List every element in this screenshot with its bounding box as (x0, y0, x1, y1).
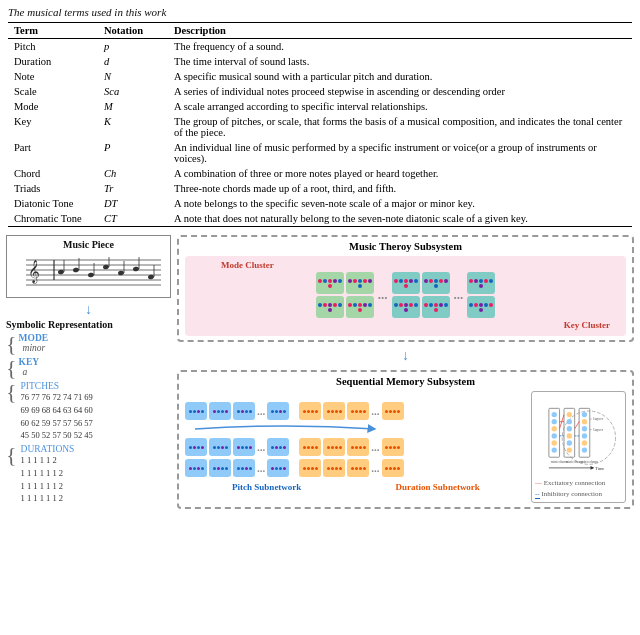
subsystem-arrow: ↓ (177, 348, 634, 364)
description-cell: A specific musical sound with a particul… (168, 69, 632, 84)
key-key: KEY (19, 357, 171, 367)
col-header-term: Term (8, 23, 98, 39)
dur-row: 1 1 1 1 1 1 2 (21, 492, 171, 505)
cluster-group-2 (392, 272, 450, 318)
left-bracket-3: { (6, 381, 17, 403)
svg-point-36 (567, 447, 572, 452)
music-piece-box: Music Piece 𝄞 (6, 235, 171, 298)
seq-title: Sequential Memory Subsystem (185, 376, 626, 387)
seq-rows: ... ... (185, 402, 527, 492)
svg-point-24 (552, 412, 557, 417)
svg-point-25 (552, 419, 557, 424)
pitch-subnetwork-label: Pitch Subnetwork (232, 482, 301, 492)
description-cell: A combination of three or more notes pla… (168, 166, 632, 181)
curved-arrow-svg (185, 423, 385, 435)
arrow-down-1: ↓ (6, 303, 171, 317)
table-section: The musical terms used in this work Term… (0, 0, 640, 231)
rnn-block-orange-3: ... (299, 459, 403, 477)
notation-cell: Tr (98, 181, 168, 196)
theory-mode-label: Mode Cluster (221, 260, 620, 270)
svg-point-29 (552, 447, 557, 452)
pitches-block: { PITCHES 76 77 76 72 74 71 6969 69 68 6… (6, 381, 171, 442)
table-row: Chromatic ToneCTA note that does not nat… (8, 211, 632, 227)
pitch-row: 60 62 59 57 57 56 57 (21, 417, 171, 430)
cluster-cell-teal (467, 296, 495, 318)
cluster-cell-teal (467, 272, 495, 294)
description-cell: A scale arranged according to specific i… (168, 99, 632, 114)
svg-point-40 (582, 426, 587, 431)
music-piece-title: Music Piece (10, 239, 167, 250)
svg-point-31 (567, 412, 572, 417)
table-row: ChordChA combination of three or more no… (8, 166, 632, 181)
description-cell: The time interval of sound lasts. (168, 54, 632, 69)
htm-box: layer layer minicolumn minicolumn minico… (531, 391, 626, 503)
notation-cell: M (98, 99, 168, 114)
pitch-row: 76 77 76 72 74 71 69 (21, 391, 171, 404)
right-panel: Music Theroy Subsystem Mode Cluster (177, 235, 634, 509)
table-row: PitchpThe frequency of a sound. (8, 39, 632, 55)
diagram-section: Music Piece 𝄞 (0, 231, 640, 509)
svg-line-46 (575, 422, 579, 429)
pitches-key: PITCHES (21, 381, 171, 391)
key-content: KEY a (19, 357, 171, 377)
sym-rep-label: Symbolic Representation (6, 319, 171, 330)
ellipsis-1: ... (378, 287, 388, 303)
svg-text:Time: Time (595, 466, 604, 471)
theory-title: Music Theroy Subsystem (185, 241, 626, 252)
notation-cell: DT (98, 196, 168, 211)
pitches-content: PITCHES 76 77 76 72 74 71 6969 69 68 64 … (19, 381, 171, 442)
seq-row-3: ... ... (185, 459, 527, 477)
svg-point-43 (582, 447, 587, 452)
svg-point-39 (582, 419, 587, 424)
svg-point-28 (552, 440, 557, 445)
notation-table: Term Notation Description PitchpThe freq… (8, 22, 632, 227)
durations-content: DURATIONS 1 1 1 1 1 21 1 1 1 1 1 21 1 1 … (19, 444, 171, 505)
svg-point-32 (567, 419, 572, 424)
table-row: KeyKThe group of pitches, or scale, that… (8, 114, 632, 140)
dur-grid: 1 1 1 1 1 21 1 1 1 1 1 21 1 1 1 1 1 21 1… (21, 454, 171, 505)
description-cell: The frequency of a sound. (168, 39, 632, 55)
key-block: { KEY a (6, 357, 171, 379)
svg-point-42 (582, 440, 587, 445)
cluster-cell (346, 272, 374, 294)
col-header-desc: Description (168, 23, 632, 39)
term-cell: Chord (8, 166, 98, 181)
staff-svg: 𝄞 (10, 252, 167, 292)
htm-diagram-svg: layer layer minicolumn minicolumn minico… (535, 395, 625, 475)
notation-cell: CT (98, 211, 168, 227)
rnn-block-orange-1: ... (299, 402, 403, 420)
cluster-group-1 (316, 272, 374, 318)
inhibitory-label: Inhibitory connection (541, 490, 601, 498)
notation-cell: P (98, 140, 168, 166)
cluster-col-4 (422, 272, 450, 318)
svg-point-17 (133, 266, 140, 272)
left-bracket-4: { (6, 444, 17, 466)
theory-clusters-row: ... (191, 272, 620, 318)
rnn-block-blue-2: ... (185, 438, 289, 456)
svg-text:layer: layer (593, 427, 603, 432)
description-cell: A series of individual notes proceed ste… (168, 84, 632, 99)
seq-row-2: ... ... (185, 438, 527, 456)
cluster-cell-teal (422, 296, 450, 318)
pitch-row: 45 50 52 57 50 52 45 (21, 429, 171, 442)
theory-subsystem-box: Music Theroy Subsystem Mode Cluster (177, 235, 634, 342)
svg-text:minicolumn: minicolumn (581, 460, 598, 464)
table-row: DurationdThe time interval of sound last… (8, 54, 632, 69)
pitch-row: 69 69 68 64 63 64 60 (21, 404, 171, 417)
svg-point-11 (88, 272, 95, 278)
key-val: a (23, 367, 171, 377)
seq-label-row: Pitch Subnetwork Duration Subnetwork (185, 482, 527, 492)
term-cell: Diatonic Tone (8, 196, 98, 211)
svg-point-27 (552, 433, 557, 438)
svg-text:𝄞: 𝄞 (28, 260, 40, 284)
svg-point-34 (567, 433, 572, 438)
cluster-cell-teal (392, 272, 420, 294)
dur-row: 1 1 1 1 1 2 (21, 454, 171, 467)
table-row: PartPAn individual line of music perform… (8, 140, 632, 166)
notation-cell: N (98, 69, 168, 84)
notation-cell: Sca (98, 84, 168, 99)
description-cell: An individual line of music performed by… (168, 140, 632, 166)
cluster-cell-teal (422, 272, 450, 294)
durations-key: DURATIONS (21, 444, 171, 454)
htm-legend: — Excitatory connection -- Inhibitory co… (535, 478, 622, 499)
